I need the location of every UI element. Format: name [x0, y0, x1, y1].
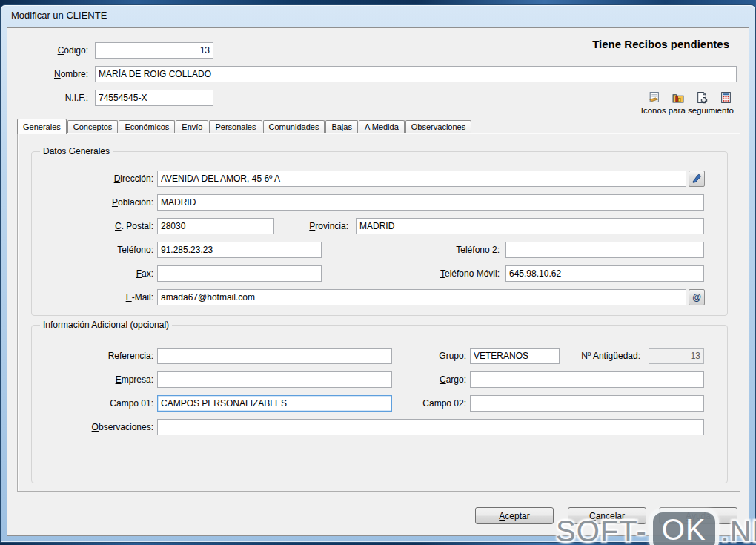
fax-input[interactable]: [157, 265, 322, 282]
watermark-left: SOFT-: [556, 515, 647, 545]
c-postal-label: C. Postal:: [33, 218, 153, 234]
observaciones-input[interactable]: [157, 419, 704, 435]
antiguedad-input: [649, 348, 704, 364]
tab-personales[interactable]: Personales: [209, 120, 262, 133]
codigo-label: Código:: [13, 42, 88, 59]
email-button[interactable]: @: [689, 289, 705, 305]
nif-input[interactable]: [95, 90, 213, 106]
referencia-input[interactable]: [157, 348, 392, 364]
email-label: E-Mail:: [33, 289, 153, 305]
telefono-input[interactable]: [157, 242, 322, 258]
aceptar-button[interactable]: Aceptar: [475, 507, 554, 524]
seguimiento-icons: [648, 91, 732, 104]
poblacion-input[interactable]: [157, 194, 704, 211]
at-icon: @: [692, 292, 701, 303]
campo01-input[interactable]: [157, 395, 392, 412]
dialog-modificar-cliente: Modificar un CLIENTE Código: Nombre: N.I…: [0, 4, 756, 543]
telefono2-input[interactable]: [505, 242, 704, 258]
watermark-right: .NET: [721, 515, 756, 545]
tab-a-medida[interactable]: A Medida: [359, 120, 405, 133]
empresa-label: Empresa:: [33, 371, 153, 388]
nif-label: N.I.F.:: [13, 90, 88, 106]
direccion-edit-button[interactable]: [689, 171, 705, 187]
nombre-label: Nombre:: [13, 66, 88, 82]
grupo-input[interactable]: [470, 348, 560, 364]
group-info-adicional-title: Información Adicional (opcional): [40, 320, 172, 331]
fax-label: Fax:: [33, 265, 153, 282]
watermark: SOFT- OK .NET: [556, 509, 756, 545]
provincia-label: Provincia:: [262, 218, 348, 234]
tab-economicos[interactable]: Económicos: [119, 120, 175, 133]
cargo-input[interactable]: [470, 371, 704, 388]
telefono2-label: Teléfono 2:: [381, 242, 500, 258]
telefono-label: Teléfono:: [33, 242, 153, 258]
observaciones-label: Observaciones:: [33, 419, 153, 435]
title-bar[interactable]: Modificar un CLIENTE: [1, 5, 755, 26]
tab-strip: Generales Conceptos Económicos Envío Per…: [17, 118, 472, 133]
referencia-label: Referencia:: [33, 348, 153, 364]
telefono-movil-label: Teléfono Móvil:: [381, 265, 500, 282]
tab-bajas[interactable]: Bajas: [325, 120, 358, 133]
tabpage-generales: Datos Generales Dirección: Población: C.…: [17, 133, 740, 492]
tab-observaciones[interactable]: Observaciones: [405, 120, 471, 133]
icons-caption: Iconos para seguimiento: [641, 106, 734, 115]
dialog-content: Código: Nombre: N.I.F.: Tiene Recibos pe…: [7, 27, 749, 536]
direccion-input[interactable]: [157, 171, 686, 187]
empresa-input[interactable]: [157, 371, 392, 388]
campo02-label: Campo 02:: [396, 395, 466, 412]
email-input[interactable]: [157, 289, 686, 305]
folder-chart-icon[interactable]: [672, 91, 685, 104]
grupo-label: Grupo:: [396, 348, 466, 364]
pen-icon: [692, 173, 702, 185]
c-postal-input[interactable]: [157, 218, 274, 234]
telefono-movil-input[interactable]: [505, 265, 704, 282]
tab-generales[interactable]: Generales: [17, 119, 67, 134]
campo02-input[interactable]: [470, 395, 704, 412]
provincia-input[interactable]: [356, 218, 704, 234]
direccion-label: Dirección:: [33, 171, 153, 187]
codigo-input[interactable]: [95, 42, 213, 59]
watermark-ok-badge: OK: [649, 509, 719, 545]
group-datos-generales-title: Datos Generales: [40, 146, 113, 157]
antiguedad-label: Nº Antigüedad:: [560, 348, 640, 364]
window-title: Modificar un CLIENTE: [11, 10, 107, 21]
status-banner: Tiene Recibos pendientes: [592, 38, 729, 50]
grid-report-icon[interactable]: [720, 91, 732, 104]
poblacion-label: Población:: [33, 194, 153, 211]
add-document-icon[interactable]: [696, 91, 709, 104]
tab-comunidades[interactable]: Comunidades: [263, 120, 325, 133]
notes-icon[interactable]: [648, 91, 660, 104]
tab-conceptos[interactable]: Conceptos: [67, 120, 119, 133]
campo01-label: Campo 01:: [33, 395, 153, 412]
tab-envio[interactable]: Envío: [176, 120, 208, 133]
nombre-input[interactable]: [95, 66, 737, 82]
cargo-label: Cargo:: [396, 371, 466, 388]
